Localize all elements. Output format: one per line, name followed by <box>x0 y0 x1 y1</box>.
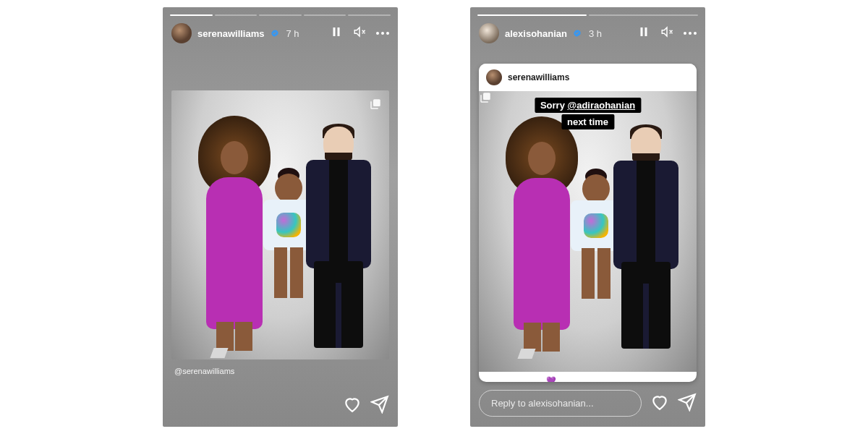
story-username[interactable]: serenawilliams <box>197 28 265 39</box>
repost-photo: Sorry @adiraohanian next time <box>479 91 697 372</box>
story-username[interactable]: alexisohanian <box>505 28 567 39</box>
progress-segment <box>304 14 346 16</box>
progress-segment <box>259 14 302 16</box>
story-timestamp: 3 h <box>589 28 602 39</box>
svg-rect-5 <box>483 93 490 100</box>
photo-figure-man <box>610 120 690 352</box>
overlay-mention[interactable]: @adiraohanian <box>567 100 635 111</box>
progress-bar <box>477 14 698 16</box>
svg-rect-3 <box>641 27 643 36</box>
more-icon[interactable] <box>684 32 697 35</box>
repost-card[interactable]: serenawilliams Sorry @adiraohanian next … <box>479 64 697 382</box>
photo-figure-man <box>303 119 383 351</box>
story-header: serenawilliams 7 h <box>171 23 389 43</box>
avatar[interactable] <box>486 69 502 85</box>
progress-segment <box>170 14 213 16</box>
story-footer <box>171 395 389 417</box>
story-overlay-text: Sorry @adiraohanian next time <box>535 97 641 130</box>
avatar[interactable] <box>171 23 192 43</box>
pause-icon[interactable] <box>330 25 343 41</box>
reply-input[interactable]: Reply to alexisohanian... <box>479 390 642 417</box>
avatar[interactable] <box>479 23 499 43</box>
svg-rect-2 <box>373 99 380 106</box>
caption-username[interactable]: serenawilliams <box>486 381 542 382</box>
progress-segment <box>589 14 698 16</box>
verified-badge-icon <box>573 29 582 38</box>
repost-header: serenawilliams <box>479 64 697 91</box>
caption-mention[interactable]: @olympiaohanian <box>626 381 689 382</box>
progress-segment <box>348 14 391 16</box>
repost-username[interactable]: serenawilliams <box>508 72 569 82</box>
svg-rect-1 <box>338 27 340 36</box>
story-serena: serenawilliams 7 h @serenawilliams <box>163 7 398 427</box>
repost-caption: serenawilliams 💜💜 @alexisohanian @olympi… <box>479 372 697 382</box>
progress-segment <box>477 14 587 16</box>
share-icon[interactable] <box>370 395 389 417</box>
verified-badge-icon <box>271 29 279 38</box>
story-timestamp: 7 h <box>286 28 299 39</box>
overlay-line2: next time <box>561 114 614 129</box>
story-alexis: alexisohanian 3 h serenawilliams Sorry @… <box>470 7 705 427</box>
pause-icon[interactable] <box>637 25 650 41</box>
mute-icon[interactable] <box>660 25 673 41</box>
share-icon[interactable] <box>678 393 697 414</box>
like-icon[interactable] <box>343 395 362 417</box>
caption-mention[interactable]: @alexisohanian <box>566 381 622 382</box>
progress-bar <box>170 14 391 16</box>
caption-emoji: 💜💜 <box>546 376 562 382</box>
more-icon[interactable] <box>376 32 389 35</box>
photo-tag[interactable]: @serenawilliams <box>174 367 234 375</box>
progress-segment <box>215 14 258 16</box>
overlay-line1-pre: Sorry <box>540 100 568 111</box>
svg-rect-4 <box>645 27 647 36</box>
story-header: alexisohanian 3 h <box>479 23 697 43</box>
carousel-icon <box>369 98 382 111</box>
mute-icon[interactable] <box>353 25 366 41</box>
story-footer: Reply to alexisohanian... <box>479 390 697 417</box>
story-photo[interactable] <box>171 90 389 359</box>
like-icon[interactable] <box>650 393 669 414</box>
svg-rect-0 <box>333 27 336 36</box>
